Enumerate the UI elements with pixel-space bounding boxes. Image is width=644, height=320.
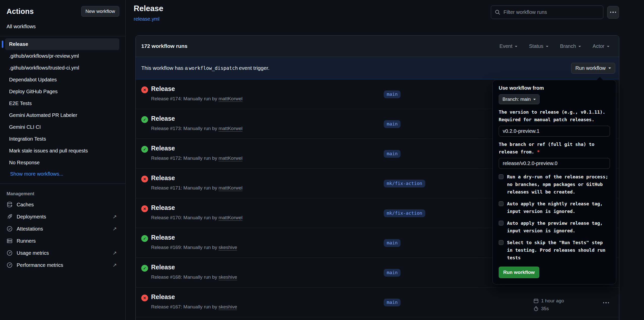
all-workflows-link[interactable]: All workflows [7,24,119,29]
field-label: The version to release (e.g., v0.1.11). … [499,108,610,123]
sidebar: Actions New workflow All workflows Relea… [0,0,126,320]
success-icon: ✓ [141,265,148,272]
run-workflow-dropdown-label: Run workflow [575,65,606,71]
failure-icon: ✕ [141,176,148,182]
stopwatch-icon [534,306,539,311]
run-actor-link[interactable]: mattKorwel [218,215,242,220]
checkbox[interactable] [499,174,503,179]
workflow-dispatch-banner: This workflow has a workflow_dispatch ev… [136,57,619,79]
sidebar-item-mark-stale-issues-and-pull-requests[interactable]: Mark stale issues and pull requests [5,145,119,157]
branch-badge[interactable]: main [384,120,401,128]
run-description: Release #173: Manually run by mattKorwel [151,126,242,131]
external-link-icon: ↗ [113,250,117,256]
run-title-link[interactable]: Release [151,145,175,152]
branch-badge[interactable]: main [384,150,401,158]
branch-badge[interactable]: main [384,239,401,247]
sidebar-item-gemini-automated-pr-labeler[interactable]: Gemini Automated PR Labeler [5,109,119,121]
run-title-link[interactable]: Release [151,264,175,271]
branch-badge[interactable]: main [384,269,401,277]
chevron-down-icon [608,68,611,70]
run-meta: 1 hour ago 35s [534,298,564,311]
checkbox[interactable] [499,240,503,245]
external-link-icon: ↗ [113,214,117,220]
sidebar-item-integration-tests[interactable]: Integration Tests [5,133,119,145]
run-duration: 35s [541,306,549,311]
sidebar-item-dependabot-updates[interactable]: Dependabot Updates [5,74,119,86]
run-time-ago: 1 hour ago [541,298,564,304]
checkbox-label: Auto apply the nightly release tag, inpu… [507,200,610,215]
workflow-list: Release.github/workflows/pr-review.yml.g… [0,36,125,169]
chevron-down-icon [546,46,548,48]
run-title-link[interactable]: Release [151,85,175,92]
database-icon [7,202,13,208]
run-title-link[interactable]: Release [151,234,175,241]
run-actor-link[interactable]: mattKorwel [218,126,242,131]
run-options-kebab-button[interactable] [602,301,610,304]
filter-workflow-runs-input[interactable] [503,9,599,15]
new-workflow-button[interactable]: New workflow [81,6,119,17]
run-actor-link[interactable]: skeshive [218,274,237,280]
sidebar-item-release[interactable]: Release [5,38,119,50]
search-icon [495,10,500,15]
sidebar-item-github-workflows-pr-review-yml[interactable]: .github/workflows/pr-review.yml [5,50,119,62]
run-title-link[interactable]: Release [151,174,175,182]
popup-field: The branch or ref (full git sha) to rele… [499,141,610,169]
run-workflow-popup: Use workflow from Branch: main The versi… [493,80,616,284]
run-description: Release #174: Manually run by mattKorwel [151,96,242,102]
workflow-options-kebab-button[interactable] [607,6,619,19]
sidebar-item-deploy-github-pages[interactable]: Deploy GitHub Pages [5,86,119,98]
run-title-link[interactable]: Release [151,293,175,301]
popup-checkbox-row: Select to skip the "Run Tests" step in t… [499,239,610,262]
sidebar-item-attestations[interactable]: Attestations ↗ [7,223,119,235]
checkbox[interactable] [499,201,503,206]
sidebar-item-github-workflows-trusted-ci-yml[interactable]: .github/workflows/trusted-ci.yml [5,62,119,74]
meter-icon [7,250,13,256]
field-input[interactable] [499,126,610,137]
branch-badge[interactable]: main [384,90,401,98]
sidebar-item-performance-metrics[interactable]: Performance metrics ↗ [7,259,119,271]
sidebar-item-no-response[interactable]: No Response [5,157,119,169]
checkbox-label: Select to skip the "Run Tests" step in t… [507,239,610,262]
run-title-link[interactable]: Release [151,115,175,122]
branch-badge[interactable]: mk/fix-action [384,209,425,217]
external-link-icon: ↗ [113,226,117,232]
sidebar-item-runners[interactable]: Runners [7,235,119,247]
sidebar-item-gemini-cli-ci[interactable]: Gemini CLI CI [5,121,119,133]
sidebar-item-usage-metrics[interactable]: Usage metrics ↗ [7,247,119,259]
filter-status-dropdown[interactable]: Status [529,43,548,49]
run-actor-link[interactable]: mattKorwel [218,155,242,161]
checkbox[interactable] [499,221,503,226]
run-actor-link[interactable]: mattKorwel [218,96,242,101]
banner-text: This workflow has a [141,65,188,71]
runs-filters: Event Status Branch Actor [499,43,609,49]
workflow-run-row[interactable]: ✕ Release Release #167: Manually run by … [136,287,619,317]
run-description: Release #172: Manually run by mattKorwel [151,155,242,161]
branch-badge[interactable]: main [384,299,401,306]
meter-icon [7,262,13,268]
filter-workflow-runs-box[interactable] [491,6,603,19]
branch-badge[interactable]: mk/fix-action [384,180,425,187]
rocket-icon [7,214,13,220]
failure-icon: ✕ [141,86,148,93]
run-workflow-dropdown-button[interactable]: Run workflow [571,63,615,74]
popup-checkboxes: Run a dry-run of the release process; no… [499,173,610,262]
workflow-file-link[interactable]: release.yml [134,16,159,22]
sidebar-item-e2e-tests[interactable]: E2E Tests [5,98,119,109]
run-title-link[interactable]: Release [151,204,175,211]
run-workflow-submit-button[interactable]: Run workflow [499,267,539,278]
filter-event-dropdown[interactable]: Event [499,43,517,49]
show-more-workflows-link[interactable]: Show more workflows... [0,169,125,177]
run-actor-link[interactable]: skeshive [218,304,237,309]
filter-branch-dropdown[interactable]: Branch [560,43,581,49]
field-input[interactable] [499,158,610,169]
popup-title: Use workflow from [499,85,610,91]
run-actor-link[interactable]: skeshive [218,245,237,250]
verified-icon [7,226,13,232]
run-actor-link[interactable]: mattKorwel [218,185,242,190]
sidebar-item-caches[interactable]: Caches [7,199,119,211]
chevron-down-icon [515,46,517,48]
branch-selector-button[interactable]: Branch: main [499,94,540,104]
chevron-down-icon [533,99,536,101]
filter-actor-dropdown[interactable]: Actor [593,43,609,49]
sidebar-item-deployments[interactable]: Deployments ↗ [7,211,119,223]
